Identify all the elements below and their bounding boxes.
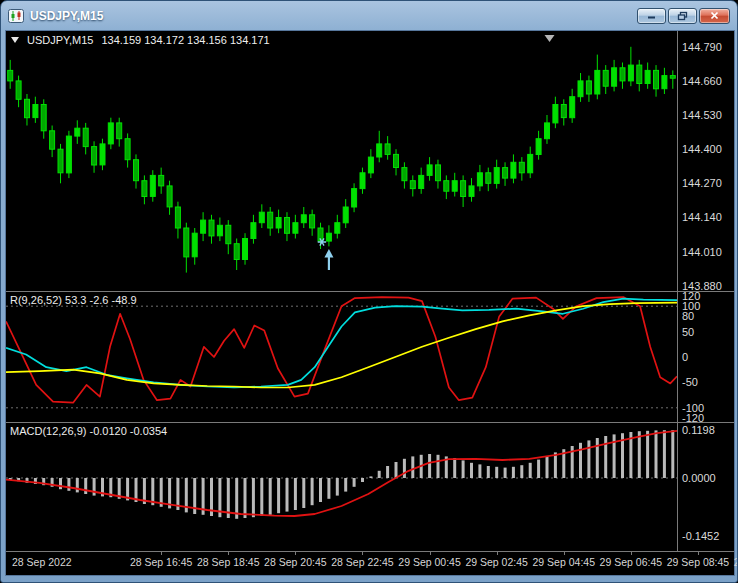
candle-body — [662, 76, 667, 89]
candlestick-chart[interactable] — [6, 31, 677, 291]
candle-body — [301, 215, 306, 223]
time-axis-label: 29 Sep 00:45 — [398, 556, 460, 568]
candle-body — [595, 70, 600, 94]
candle-body — [226, 225, 231, 243]
time-axis-tick — [698, 552, 699, 555]
time-axis-tick — [362, 552, 363, 555]
close-button[interactable] — [699, 8, 730, 24]
candle-body — [8, 70, 13, 81]
candle-body — [276, 218, 281, 229]
candle-body — [419, 175, 424, 188]
candle-body — [92, 147, 97, 165]
candle-body — [385, 144, 390, 155]
info-ohlc-values: 134.159 134.172 134.156 134.171 — [101, 34, 269, 46]
candle-body — [377, 144, 382, 157]
price-panel[interactable]: USDJPY,M15 134.159 134.172 134.156 134.1… — [6, 31, 734, 291]
candle-body — [125, 139, 130, 160]
candle-body — [519, 162, 524, 173]
candle-body — [452, 181, 457, 192]
time-axis-tick — [228, 552, 229, 555]
indicator-label: R(9,26,52) 53.3 -2.6 -48.9 — [10, 294, 137, 306]
time-axis-tick — [497, 552, 498, 555]
candle-body — [561, 105, 566, 118]
chart-client-area: USDJPY,M15 134.159 134.172 134.156 134.1… — [5, 30, 735, 576]
minimize-icon — [647, 11, 657, 20]
candle-body — [536, 139, 541, 155]
macd-axis-label: -0.1452 — [682, 530, 719, 542]
chart-shift-marker[interactable] — [545, 35, 555, 42]
minimize-button[interactable] — [637, 8, 666, 24]
titlebar[interactable]: USDJPY,M15 — [1, 1, 737, 30]
candle-body — [259, 212, 264, 223]
time-axis-label: 29 Sep 02:45 — [465, 556, 527, 568]
candle-body — [134, 160, 139, 181]
time-axis-tick — [161, 552, 162, 555]
candle-body — [343, 207, 348, 223]
macd-panel[interactable]: MACD(12,26,9) -0.0120 -0.0354 — [6, 423, 734, 551]
price-axis-label: 144.400 — [682, 143, 722, 155]
window-title: USDJPY,M15 — [30, 9, 103, 23]
time-axis-label: 29 Sep 06:45 — [600, 556, 662, 568]
oscillator-chart[interactable] — [6, 292, 677, 422]
candle-body — [352, 189, 357, 207]
candle-body — [159, 175, 164, 186]
time-axis-label: 28 Sep 18:45 — [197, 556, 259, 568]
candle-body — [410, 181, 415, 189]
time-axis-label: 29 Sep 08:45 — [667, 556, 729, 568]
candle-body — [285, 218, 290, 234]
candle-body — [184, 228, 189, 257]
indicator-axis-label: -120 — [682, 412, 704, 424]
candle-body — [41, 105, 46, 131]
price-axis-separator[interactable] — [677, 31, 678, 552]
close-icon — [710, 11, 719, 20]
candle-body — [167, 186, 172, 207]
candle-body — [654, 70, 659, 88]
candle-body — [201, 220, 206, 233]
macd-axis-label: 0.0000 — [682, 472, 716, 484]
price-axis-label: 144.530 — [682, 109, 722, 121]
candle-body — [326, 233, 331, 241]
candle-body — [511, 162, 516, 178]
candle-body — [402, 168, 407, 181]
candle-body — [209, 220, 214, 236]
candle-body — [268, 212, 273, 228]
candle-body — [637, 65, 642, 83]
candle-body — [25, 99, 30, 117]
candle-body — [368, 157, 373, 173]
price-axis-label: 144.010 — [682, 246, 722, 258]
up-arrow-head-icon[interactable] — [324, 249, 333, 258]
ohlc-info-line: USDJPY,M15 134.159 134.172 134.156 134.1… — [11, 34, 270, 46]
time-axis-tick — [631, 552, 632, 555]
time-axis-tick — [564, 552, 565, 555]
chart-icon — [8, 9, 24, 23]
candle-body — [503, 168, 508, 179]
candle-body — [234, 244, 239, 260]
indicator-panel[interactable]: R(9,26,52) 53.3 -2.6 -48.9 — [6, 292, 734, 422]
candle-body — [117, 123, 122, 139]
macd-axis-label: 0.1198 — [682, 424, 715, 436]
candle-body — [578, 81, 583, 97]
time-axis-tick — [430, 552, 431, 555]
candle-body — [293, 223, 298, 234]
price-axis-label: 144.660 — [682, 75, 722, 87]
candle-body — [243, 239, 248, 260]
candle-body — [620, 68, 625, 81]
info-symbol: USDJPY,M15 — [27, 34, 93, 46]
candle-body — [108, 123, 113, 144]
macd-chart[interactable] — [6, 423, 677, 551]
candle-body — [670, 76, 675, 79]
price-axis-label: 144.270 — [682, 177, 722, 189]
candle-body — [66, 136, 71, 173]
indicator-axis-label: 50 — [682, 326, 694, 338]
restore-button[interactable] — [668, 8, 697, 24]
candle-body — [645, 70, 650, 83]
candle-body — [570, 97, 575, 118]
candle-body — [553, 105, 558, 123]
time-axis-label: 28 Sep 16:45 — [130, 556, 192, 568]
candle-body — [142, 181, 147, 197]
candle-body — [16, 81, 21, 99]
candle-body — [33, 105, 38, 118]
candle-body — [360, 173, 365, 189]
price-axis-label: 144.790 — [682, 41, 722, 53]
symbol-dropdown-arrow-icon[interactable] — [11, 37, 19, 43]
